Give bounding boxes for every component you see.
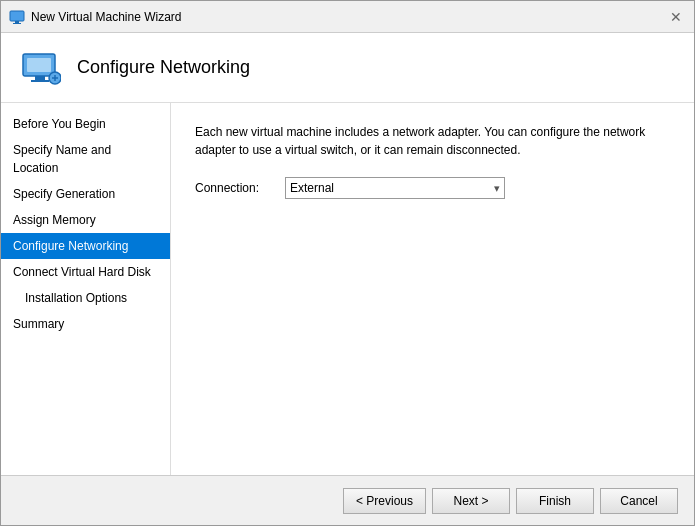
sidebar-item-connect-virtual-hard-disk[interactable]: Connect Virtual Hard Disk: [1, 259, 170, 285]
wizard-header: Configure Networking: [1, 33, 694, 103]
sidebar-item-summary[interactable]: Summary: [1, 311, 170, 337]
main-content: Each new virtual machine includes a netw…: [171, 103, 694, 475]
title-bar-text: New Virtual Machine Wizard: [31, 10, 666, 24]
svg-rect-6: [31, 80, 49, 82]
header-icon: [21, 48, 61, 88]
close-button[interactable]: ✕: [666, 7, 686, 27]
svg-rect-5: [35, 76, 45, 80]
svg-rect-4: [27, 58, 51, 72]
svg-rect-0: [10, 11, 24, 21]
previous-button[interactable]: < Previous: [343, 488, 426, 514]
header-title: Configure Networking: [77, 57, 250, 78]
connection-select[interactable]: ExternalNot Connected: [285, 177, 505, 199]
svg-rect-2: [13, 23, 21, 24]
svg-rect-1: [15, 21, 19, 23]
next-button[interactable]: Next >: [432, 488, 510, 514]
sidebar-item-specify-generation[interactable]: Specify Generation: [1, 181, 170, 207]
finish-button[interactable]: Finish: [516, 488, 594, 514]
wizard-window: New Virtual Machine Wizard ✕ Configure N…: [0, 0, 695, 526]
connection-label: Connection:: [195, 181, 285, 195]
connection-row: Connection: ExternalNot Connected: [195, 177, 670, 199]
sidebar-item-assign-memory[interactable]: Assign Memory: [1, 207, 170, 233]
cancel-button[interactable]: Cancel: [600, 488, 678, 514]
title-bar: New Virtual Machine Wizard ✕: [1, 1, 694, 33]
title-bar-icon: [9, 9, 25, 25]
networking-icon: [21, 50, 61, 86]
sidebar: Before You BeginSpecify Name and Locatio…: [1, 103, 171, 475]
description-text: Each new virtual machine includes a netw…: [195, 123, 655, 159]
content-area: Before You BeginSpecify Name and Locatio…: [1, 103, 694, 475]
connection-select-wrapper[interactable]: ExternalNot Connected: [285, 177, 505, 199]
app-icon: [9, 9, 25, 25]
sidebar-item-installation-options[interactable]: Installation Options: [1, 285, 170, 311]
sidebar-item-specify-name-location[interactable]: Specify Name and Location: [1, 137, 170, 181]
sidebar-item-before-you-begin[interactable]: Before You Begin: [1, 111, 170, 137]
sidebar-item-configure-networking[interactable]: Configure Networking: [1, 233, 170, 259]
wizard-footer: < Previous Next > Finish Cancel: [1, 475, 694, 525]
